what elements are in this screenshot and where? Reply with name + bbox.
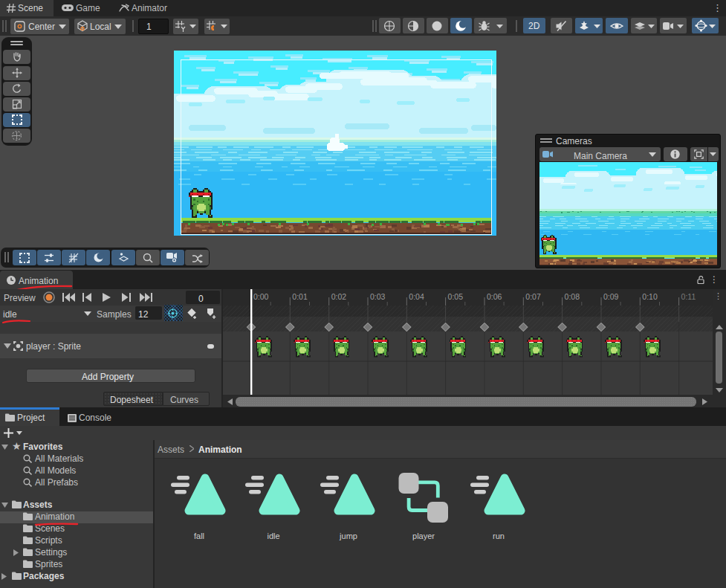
svg-text:0:07: 0:07 [525, 292, 541, 301]
svg-text:0:02: 0:02 [331, 292, 347, 301]
svg-text:0:00: 0:00 [253, 292, 269, 301]
svg-text:0:10: 0:10 [642, 292, 658, 301]
svg-text:0:09: 0:09 [603, 292, 619, 301]
svg-text:0:05: 0:05 [448, 292, 464, 301]
svg-text:0:08: 0:08 [565, 292, 580, 301]
svg-text:0:01: 0:01 [292, 292, 308, 301]
svg-text:0:04: 0:04 [409, 292, 424, 301]
svg-text:0:06: 0:06 [487, 292, 502, 301]
svg-text:0:03: 0:03 [370, 292, 386, 301]
svg-text:0:11: 0:11 [681, 292, 696, 301]
